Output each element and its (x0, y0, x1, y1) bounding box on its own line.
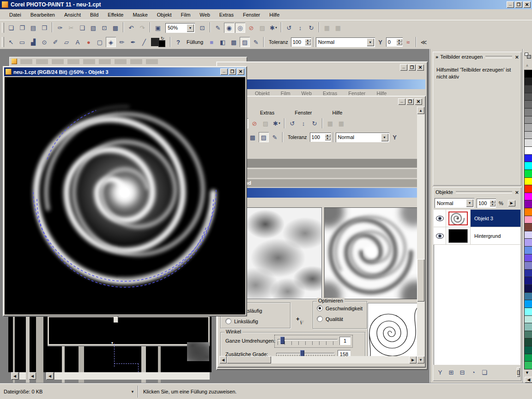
docker-close-icon[interactable]: × (515, 189, 519, 196)
palette-options-icon[interactable] (525, 53, 531, 59)
group-objects-icon[interactable]: ⊟ (457, 367, 467, 377)
new-object-icon[interactable]: ❏ (479, 367, 490, 377)
fill-gradient-icon[interactable]: ◧ (218, 37, 228, 47)
eyedropper-tool-icon[interactable]: ✐ (50, 37, 60, 47)
color-swatch[interactable] (524, 216, 532, 224)
fill-solid-icon[interactable]: ■ (206, 37, 217, 47)
color-swatch[interactable] (524, 131, 532, 139)
chevron-down-icon[interactable]: ▼ (466, 199, 473, 207)
text-tool-icon[interactable]: A (73, 37, 83, 47)
transparency-spinner[interactable]: 0 ▲▼ (386, 37, 403, 47)
undither-tool-icon[interactable]: ╱ (139, 37, 149, 47)
tolerance-spinner[interactable]: 100 ▲▼ (310, 133, 331, 142)
rotate-right-icon[interactable]: ↻ (309, 118, 320, 128)
mask-rectangle-tool-icon[interactable]: ▭ (17, 37, 27, 47)
color-swatch[interactable] (524, 185, 532, 193)
color-swatch[interactable] (524, 100, 532, 109)
fill-tool-icon[interactable]: ◈ (106, 37, 116, 47)
scrollbar-track[interactable] (54, 372, 210, 380)
rotate-right-icon[interactable]: ↻ (306, 23, 316, 33)
maximize-button[interactable] (229, 68, 236, 75)
color-swatch[interactable] (524, 200, 532, 208)
flip-vertical-icon[interactable]: ↕ (295, 23, 305, 33)
screen-preview-icon[interactable]: ⊡ (197, 23, 207, 33)
layer-thumbnail[interactable] (446, 210, 471, 227)
color-swatch[interactable] (524, 193, 532, 201)
color-swatch[interactable] (524, 208, 532, 216)
eraser-tool-icon[interactable]: ▱ (61, 37, 72, 47)
close-button[interactable] (237, 68, 244, 75)
paste-icon[interactable]: ▧ (88, 23, 98, 33)
scroll-up-icon[interactable]: ▲ (417, 107, 424, 114)
apply-brush-icon[interactable]: ✑ (55, 23, 65, 33)
spin-up-icon[interactable]: ▲ (490, 200, 496, 203)
optimize-quality-option[interactable]: Qualität (317, 316, 343, 322)
color-swatch[interactable] (524, 269, 532, 278)
scroll-left-icon[interactable]: ◀ (46, 372, 54, 380)
color-swatch[interactable] (524, 354, 532, 362)
color-swatch[interactable] (524, 231, 532, 239)
radio-icon[interactable] (317, 316, 323, 322)
menu-maske[interactable]: Maske (128, 11, 152, 19)
chevron-down-icon[interactable]: ▾ (275, 26, 277, 30)
palette-scroll-down-icon[interactable]: ▼ (525, 370, 529, 375)
fill-bitmap-icon[interactable]: ▨ (240, 37, 250, 47)
maximize-button[interactable] (515, 1, 522, 8)
mask-settings-icon[interactable]: ✱▾ (272, 118, 282, 128)
slider-thumb[interactable] (280, 337, 284, 344)
color-swatch[interactable] (524, 93, 532, 101)
spin-up-icon[interactable]: ▲ (325, 134, 331, 137)
minimize-button[interactable] (398, 98, 405, 105)
color-swatch[interactable] (524, 146, 532, 155)
color-swatch[interactable] (524, 308, 532, 316)
flip-vertical-icon[interactable]: ↕ (298, 118, 308, 128)
optimize-speed-option[interactable]: Geschwindigkeit (317, 305, 363, 311)
eye-icon[interactable] (436, 233, 444, 239)
fill-color-swatch[interactable] (158, 40, 165, 47)
spin-down-icon[interactable]: ▼ (325, 137, 331, 140)
menu-film[interactable]: Film (176, 11, 195, 19)
menu-bearbeiten[interactable]: Bearbeiten (26, 11, 60, 19)
minimize-button[interactable] (220, 68, 228, 75)
layer-opacity-spinner[interactable]: 100 ▲▼ (477, 199, 496, 208)
save-document-icon[interactable]: ▤ (28, 23, 38, 33)
chevron-down-icon[interactable]: ▼ (187, 24, 194, 32)
fill-edit-icon[interactable]: ✎ (270, 132, 280, 142)
import-icon[interactable]: ▩ (110, 23, 121, 33)
print-icon[interactable]: ❒ (39, 23, 49, 33)
close-button[interactable] (415, 98, 422, 105)
color-swatch[interactable] (524, 223, 532, 231)
fill-bitmap-icon[interactable]: ▨ (259, 132, 269, 142)
menu-datei[interactable]: Datei (5, 11, 26, 19)
mask-marquee-visible-icon[interactable]: ◉ (224, 23, 234, 33)
delete-object-icon[interactable]: ▯ (517, 368, 520, 377)
radio-icon[interactable] (317, 305, 323, 311)
close-button[interactable] (523, 1, 531, 8)
menu-bild[interactable]: Bild (85, 11, 103, 19)
swap-colors-icon[interactable]: ↻ (161, 36, 164, 41)
menu-ansicht[interactable]: Ansicht (60, 11, 85, 19)
paint-tool-icon[interactable]: ✏ (117, 37, 127, 47)
menu-objekt[interactable]: Objekt (152, 11, 176, 19)
scroll-left-icon[interactable]: ◀ (29, 372, 36, 380)
docker-flyout-icon[interactable]: ▶ (508, 200, 515, 206)
color-swatch[interactable] (524, 246, 532, 254)
scrollbar-thumb[interactable] (227, 356, 271, 363)
new-lens-icon[interactable]: ◔ (468, 367, 478, 377)
docker-collapse-icon[interactable]: » (435, 54, 438, 60)
checkpoint-icon[interactable]: ⊡ (99, 23, 109, 33)
open-document-icon[interactable]: ❐ (17, 23, 27, 33)
mask-settings-icon[interactable]: ✱▾ (268, 23, 278, 33)
chevron-down-icon[interactable]: ▼ (367, 38, 374, 46)
menu-web[interactable]: Web (195, 11, 214, 19)
scroll-down-icon[interactable]: ▼ (417, 356, 424, 363)
help-context-icon[interactable]: ? (173, 37, 183, 47)
chevron-down-icon[interactable]: ▼ (381, 133, 388, 141)
color-swatch[interactable] (524, 177, 532, 186)
chevron-down-icon[interactable]: ▾ (278, 121, 280, 125)
zoom-tool-icon[interactable]: ⊙ (39, 37, 49, 47)
maximize-button[interactable] (408, 64, 416, 71)
color-swatch[interactable] (524, 78, 532, 86)
layer-name[interactable]: Objekt 3 (471, 210, 520, 227)
scroll-left-icon[interactable]: ◀ (11, 372, 18, 380)
